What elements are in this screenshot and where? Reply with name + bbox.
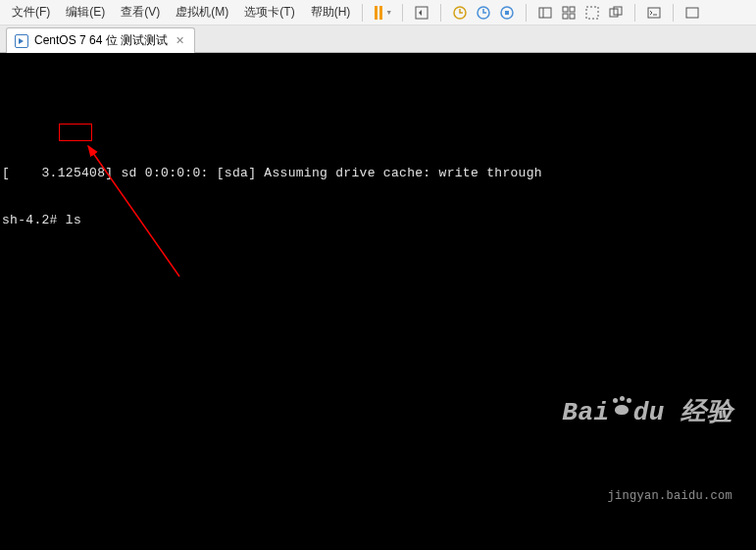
divider <box>526 4 527 22</box>
console-icon[interactable] <box>645 4 663 22</box>
menu-file[interactable]: 文件(F) <box>4 0 58 25</box>
svg-rect-8 <box>570 7 575 12</box>
svg-rect-10 <box>570 14 575 19</box>
divider <box>634 4 635 22</box>
svg-rect-16 <box>686 8 698 18</box>
svg-rect-7 <box>563 7 568 12</box>
divider <box>673 4 674 22</box>
watermark-url: jingyan.baidu.com <box>468 489 732 503</box>
tab-close-icon[interactable]: ✕ <box>174 34 186 47</box>
fullscreen-icon[interactable] <box>583 4 601 22</box>
tabbar: CentOS 7 64 位 测试测试 ✕ <box>0 25 756 53</box>
svg-rect-4 <box>505 11 509 15</box>
last-toolbar-icon[interactable] <box>683 4 701 22</box>
menu-view[interactable]: 查看(V) <box>113 0 168 25</box>
svg-rect-11 <box>586 7 598 19</box>
view-thumbnails-icon[interactable] <box>560 4 578 22</box>
menubar: 文件(F) 编辑(E) 查看(V) 虚拟机(M) 选项卡(T) 帮助(H) ▼ <box>0 0 756 25</box>
send-ctrl-alt-del-icon[interactable] <box>413 4 430 22</box>
snapshot-manager-icon[interactable] <box>498 4 516 22</box>
menu-help[interactable]: 帮助(H) <box>303 0 359 25</box>
terminal-prompt: sh-4.2# <box>2 213 66 227</box>
vm-tab-icon <box>15 34 28 48</box>
menu-vm[interactable]: 虚拟机(M) <box>168 0 236 25</box>
unity-icon[interactable] <box>607 4 625 22</box>
terminal-line-kernel: [ 3.125408] sd 0:0:0:0: [sda] Assuming d… <box>0 165 756 182</box>
menu-tabs[interactable]: 选项卡(T) <box>236 0 302 25</box>
svg-rect-5 <box>539 8 551 18</box>
watermark: Baidu 经验 jingyan.baidu.com <box>468 335 732 532</box>
paw-icon <box>610 398 633 418</box>
terminal[interactable]: [ 3.125408] sd 0:0:0:0: [sda] Assuming d… <box>0 53 756 550</box>
watermark-brand: Baidu 经验 <box>468 365 732 458</box>
pause-dropdown-arrow[interactable]: ▼ <box>385 9 392 16</box>
divider <box>362 4 363 22</box>
divider <box>402 4 403 22</box>
terminal-prompt-line: sh-4.2# ls <box>0 212 756 229</box>
vm-tab-title: CentOS 7 64 位 测试测试 <box>34 32 168 49</box>
view-single-icon[interactable] <box>536 4 554 22</box>
divider <box>440 4 441 22</box>
snapshot-revert-icon[interactable] <box>475 4 492 22</box>
pause-button[interactable]: ▼ <box>375 4 392 22</box>
terminal-cmd: ls <box>66 213 81 227</box>
svg-rect-14 <box>648 8 660 18</box>
menu-edit[interactable]: 编辑(E) <box>58 0 113 25</box>
svg-rect-9 <box>563 14 568 19</box>
vm-tab[interactable]: CentOS 7 64 位 测试测试 ✕ <box>6 27 195 53</box>
toolbar: ▼ <box>375 4 701 22</box>
snapshot-icon[interactable] <box>451 4 469 22</box>
